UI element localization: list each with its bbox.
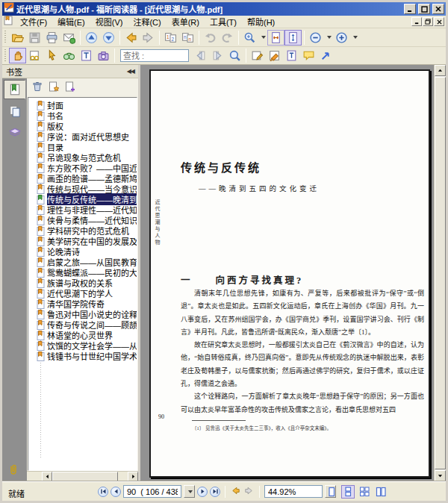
undo-button[interactable] [202, 30, 219, 46]
previous-page-button[interactable] [83, 30, 100, 46]
goto-last-page-button[interactable]: nn [179, 30, 196, 46]
toolbar-grip[interactable] [4, 49, 7, 63]
email-button[interactable] [60, 30, 78, 46]
bookmark-item[interactable]: 论晚清诗 [28, 246, 137, 257]
search-tool-button[interactable] [60, 48, 78, 63]
find-previous-button[interactable] [192, 48, 209, 63]
go-forward-button[interactable] [140, 30, 157, 46]
bookmark-item[interactable]: 书名 [28, 110, 137, 121]
hand-tool-button[interactable] [9, 48, 26, 63]
bookmark-item[interactable]: 启蒙之旅——从国民教育到国 [28, 257, 137, 267]
tab-attachments[interactable] [7, 463, 19, 479]
arrow-annotation-button[interactable] [317, 48, 335, 63]
bookmark-item[interactable]: 钱锺书与廿世纪中国学术 [28, 351, 137, 361]
menu-item[interactable]: 工具(T) [205, 15, 242, 28]
bookmark-item[interactable]: 近代思潮下的学人 [28, 288, 137, 299]
redo-button[interactable] [219, 30, 236, 46]
find-input[interactable] [120, 49, 189, 62]
select-tool-button[interactable] [43, 48, 60, 63]
zoom-in-button[interactable] [333, 30, 350, 46]
menu-item[interactable]: 帮助(H) [242, 15, 280, 28]
note-tool-button[interactable] [249, 48, 266, 63]
scroll-left-button[interactable] [42, 472, 52, 481]
bookmark-item[interactable]: 版权 [28, 121, 137, 131]
continuous-view-button[interactable] [341, 485, 355, 499]
bookmark-item[interactable]: 东方败不败？——中国近代思 [28, 163, 137, 173]
mdi-close-button[interactable] [434, 17, 444, 26]
document-area[interactable]: 近代思潮与人物 传统与反传统 ——晚清到五四的文化变迁 一 向西方寻找真理? 清… [140, 65, 446, 481]
mdi-restore-button[interactable] [423, 17, 433, 26]
delete-bookmark-button[interactable] [31, 81, 43, 96]
minimize-button[interactable] [404, 4, 416, 14]
continuous-facing-view-button[interactable] [374, 485, 388, 499]
first-page-button[interactable] [98, 487, 108, 497]
save-button[interactable] [26, 30, 43, 46]
highlight-tool-button[interactable] [266, 48, 283, 63]
zoom-in-dropdown[interactable] [350, 30, 359, 46]
open-file-button[interactable] [9, 30, 26, 46]
bookmark-item[interactable]: 封面 [28, 100, 137, 110]
typewriter-tool-button[interactable] [283, 48, 300, 63]
next-page-button-status[interactable] [197, 487, 208, 497]
bookmark-item[interactable]: 序说：面对近代思想史 [28, 131, 137, 142]
pdf-page[interactable]: 近代思潮与人物 传统与反传统 ——晚清到五四的文化变迁 一 向西方寻找真理? 清… [149, 69, 430, 478]
print-button[interactable] [43, 30, 60, 46]
single-page-view-button[interactable] [325, 485, 338, 499]
scroll-down-button[interactable] [435, 470, 446, 481]
zoom-out-dropdown[interactable] [324, 30, 333, 46]
add-bookmark-button[interactable] [48, 81, 60, 96]
fit-width-button[interactable] [267, 30, 284, 46]
tab-layers[interactable] [4, 123, 25, 143]
bookmark-item[interactable]: 鲁迅对中国小说史的诠释个案 [28, 309, 137, 319]
snapshot-tool-button[interactable] [26, 48, 43, 63]
bookmark-item[interactable]: 画歪的脸谱——孟德斯鸠的中 [28, 173, 137, 184]
marquee-zoom-button[interactable] [241, 30, 258, 46]
toolbar-grip[interactable] [4, 31, 7, 44]
text-select-tool-button[interactable] [78, 48, 95, 63]
go-back-button[interactable] [122, 30, 140, 46]
page-number-field[interactable] [123, 485, 181, 498]
bookmark-item[interactable]: 传奇与传说之间——顾颉刚的 [28, 319, 137, 330]
scroll-up-button[interactable] [435, 65, 446, 76]
mdi-minimize-button[interactable] [411, 17, 422, 26]
document-icon[interactable] [4, 15, 13, 28]
bookmark-item[interactable]: 美学研究在中国的发展及其问 [28, 236, 137, 246]
bookmark-item[interactable]: 侠骨与柔情——近代知识分子 [28, 215, 137, 225]
bookmark-item[interactable]: 饮馔的文学社会学——从《随 [28, 340, 137, 351]
bookmark-item[interactable]: 鸳鸯蝴蝶派——民初的大众文 [28, 267, 137, 278]
bookmark-item[interactable]: 理性与非理性——近代知识分 [28, 204, 137, 215]
zoom-tool-dropdown[interactable] [258, 30, 267, 46]
menu-item[interactable]: 文件(F) [15, 15, 52, 28]
bookmarks-horizontal-scrollbar[interactable] [27, 471, 138, 481]
maximize-button[interactable] [418, 4, 430, 14]
page-field-dropdown[interactable] [184, 485, 195, 498]
view-back-button[interactable] [230, 485, 241, 498]
menu-item[interactable]: 编辑(E) [52, 15, 90, 28]
next-page-button[interactable] [100, 30, 117, 46]
bookmark-item[interactable]: 传统与反传统——晚清到五四 [28, 194, 137, 204]
find-next-button[interactable] [209, 48, 226, 63]
facing-view-button[interactable] [358, 485, 371, 499]
vertical-scrollbar[interactable] [434, 65, 446, 481]
bookmark-item[interactable]: 吊诡现象与范式危机 [28, 152, 137, 163]
last-page-button[interactable] [210, 487, 220, 497]
zoom-out-button[interactable] [307, 30, 324, 46]
camera-tool-button[interactable] [95, 48, 112, 63]
bookmark-item[interactable]: 林语堂的心灵世界 [28, 330, 137, 340]
view-forward-button[interactable] [243, 485, 255, 498]
tab-bookmarks[interactable] [4, 80, 25, 99]
previous-page-button-status[interactable] [111, 487, 121, 497]
tab-pages[interactable] [4, 101, 25, 121]
scrollbar-thumb[interactable] [52, 472, 118, 481]
bookmark-item[interactable]: 传统与现代——当今意识纠结 [28, 184, 137, 194]
bookmark-item[interactable]: 目录 [28, 142, 137, 152]
fit-page-button[interactable] [284, 30, 302, 46]
close-button[interactable] [432, 4, 444, 14]
zoom-level-field[interactable] [264, 485, 323, 498]
comment-tool-button[interactable] [300, 48, 317, 63]
scrollbar-thumb[interactable] [435, 77, 446, 469]
menu-item[interactable]: 表单(R) [167, 15, 205, 28]
full-search-button[interactable] [226, 48, 243, 63]
collapse-sidebar-button[interactable]: ◀◀ [127, 68, 134, 75]
scroll-right-button[interactable] [128, 472, 138, 481]
